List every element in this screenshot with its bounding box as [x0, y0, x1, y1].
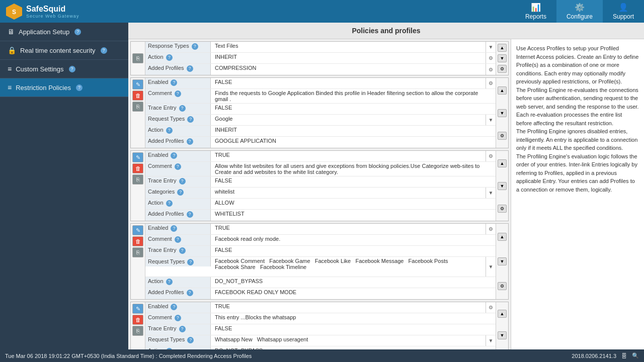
move-up-btn[interactable]: ▲: [498, 159, 507, 167]
added-profiles-help-icon2[interactable]: ?: [187, 138, 193, 145]
request-types-help-icon4[interactable]: ?: [187, 259, 194, 265]
added-profiles-help4[interactable]: ?: [187, 290, 193, 296]
copy-button[interactable]: ⎘: [132, 53, 143, 63]
comment-help-icon3[interactable]: ?: [175, 163, 181, 170]
nav-reports[interactable]: 📊 Reports: [515, 0, 556, 23]
restriction-policies-help-icon[interactable]: ?: [76, 84, 83, 91]
trace-help-icon3[interactable]: ?: [179, 178, 186, 185]
settings-btn[interactable]: ⚙: [486, 53, 496, 63]
move-up-btn[interactable]: ▲: [498, 44, 507, 52]
field-value: TRUE: [211, 151, 486, 161]
move-up-btn[interactable]: ▲: [498, 233, 507, 241]
custom-settings-icon: ≡: [8, 65, 12, 73]
scroll-down-btn[interactable]: ▼: [486, 115, 496, 125]
action-help-icon2[interactable]: ?: [166, 127, 173, 134]
scroll-down-btn[interactable]: ▼: [486, 42, 496, 52]
restriction-policies-icon: ≡: [8, 83, 12, 92]
field-label: Action ?: [145, 277, 211, 288]
trace-help-icon4[interactable]: ?: [179, 247, 186, 254]
entry-settings-btn[interactable]: ⚙: [498, 65, 507, 73]
custom-settings-help-icon[interactable]: ?: [69, 66, 75, 72]
move-down-btn[interactable]: ▼: [498, 182, 507, 190]
scroll-down-btn[interactable]: ▼: [486, 335, 496, 346]
action-help-icon5[interactable]: ?: [166, 348, 173, 349]
move-down-btn[interactable]: ▼: [498, 109, 507, 117]
response-types-help-icon[interactable]: ?: [192, 43, 198, 50]
enabled-help-icon3[interactable]: ?: [171, 152, 177, 159]
comment-help-icon4[interactable]: ?: [175, 236, 181, 243]
scroll-down-btn[interactable]: ▼: [486, 188, 496, 198]
entry-settings-btn[interactable]: ⚙: [498, 282, 507, 290]
move-down-btn[interactable]: ▼: [498, 331, 507, 339]
request-types-help-icon[interactable]: ?: [187, 116, 194, 123]
page-title: Policies and profiles: [128, 23, 644, 39]
sidebar-item-restriction-policies[interactable]: ≡ Restriction Policies ?: [0, 78, 128, 97]
application-setup-help-icon[interactable]: ?: [74, 29, 81, 35]
copy-button[interactable]: ⎘: [132, 102, 143, 112]
nav-configure[interactable]: ⚙️ Configure: [556, 0, 603, 23]
entry-settings-btn[interactable]: ⚙: [498, 205, 507, 213]
table-row: Enabled ? FALSE ⚙: [145, 78, 496, 89]
copy-button[interactable]: ⎘: [132, 326, 143, 336]
entry-settings-btn[interactable]: ⚙: [498, 132, 507, 140]
enabled-help-icon[interactable]: ?: [171, 79, 177, 86]
comment-help-icon5[interactable]: ?: [175, 315, 181, 321]
move-up-btn[interactable]: ▲: [498, 86, 507, 95]
field-value: DO_NOT_BYPASS: [211, 277, 496, 288]
settings-btn[interactable]: ⚙: [486, 224, 496, 234]
added-profiles-help-icon[interactable]: ?: [187, 65, 193, 72]
table-row: Request Types ? Google ▼: [145, 115, 496, 126]
field-label: Request Types ?: [145, 115, 211, 125]
edit-button[interactable]: ✎: [132, 152, 143, 162]
help-paragraph-1: Use Access Profiles to setup your Profil…: [516, 44, 639, 86]
action-help-icon4[interactable]: ?: [166, 279, 173, 285]
copy-button[interactable]: ⎘: [132, 174, 143, 185]
support-label: Support: [613, 13, 634, 20]
nav-support[interactable]: 👤 Support: [603, 0, 644, 23]
action-help-icon[interactable]: ?: [166, 54, 173, 61]
settings-btn[interactable]: ⚙: [486, 78, 496, 88]
edit-button[interactable]: ✎: [132, 304, 143, 314]
trace-help-icon5[interactable]: ?: [179, 326, 186, 332]
status-icon-search[interactable]: 🔍: [632, 352, 639, 359]
scroll-down-btn[interactable]: ▼: [486, 257, 496, 277]
settings-btn[interactable]: ⚙: [486, 151, 496, 161]
added-profiles-help3[interactable]: ?: [187, 211, 193, 218]
sidebar-item-real-time-content[interactable]: 🔒 Real time content security ?: [0, 41, 128, 60]
table-row: Action ? DO_NOT_BYPASS: [145, 277, 496, 288]
enabled-help-icon4[interactable]: ?: [171, 225, 177, 232]
edit-button[interactable]: ✎: [132, 225, 143, 235]
help-paragraph-4: The Profiling Engine's evaluation logic …: [516, 152, 639, 194]
sidebar-item-custom-settings[interactable]: ≡ Custom Settings ?: [0, 60, 128, 78]
reports-icon: 📊: [531, 3, 541, 12]
move-down-btn[interactable]: ▼: [498, 54, 507, 62]
status-icon-db[interactable]: 🗄: [621, 353, 627, 359]
move-up-btn[interactable]: ▲: [498, 310, 507, 318]
field-label: Trace Entry ?: [145, 246, 211, 256]
settings-btn[interactable]: ⚙: [486, 302, 496, 313]
status-bar: Tue Mar 06 2018 19:01:22 GMT+0530 (India…: [0, 349, 644, 362]
real-time-help-icon[interactable]: ?: [101, 47, 107, 54]
request-types-help-icon5[interactable]: ?: [187, 337, 194, 343]
copy-button[interactable]: ⎘: [132, 247, 143, 257]
delete-button[interactable]: 🗑: [132, 90, 143, 101]
edit-button[interactable]: ✎: [132, 79, 143, 89]
comment-help-icon[interactable]: ?: [175, 90, 181, 97]
field-value: Whatsapp New Whatsapp useragent: [211, 335, 486, 346]
field-value: INHERIT: [211, 126, 496, 136]
categories-help-icon[interactable]: ?: [177, 189, 184, 196]
enabled-help-icon5[interactable]: ?: [171, 304, 177, 310]
trace-entry-help-icon[interactable]: ?: [179, 105, 186, 112]
sidebar-item-application-setup[interactable]: 🖥 Application Setup ?: [0, 23, 128, 41]
field-label: Enabled ?: [145, 224, 211, 234]
table-row: Comment ? Allow white list websites for …: [145, 162, 496, 176]
delete-button[interactable]: 🗑: [132, 236, 143, 246]
action-help-icon3[interactable]: ?: [166, 200, 173, 207]
settings-btn2[interactable]: ⚙: [486, 64, 496, 75]
delete-button[interactable]: 🗑: [132, 315, 143, 325]
field-value: FALSE: [211, 104, 496, 114]
real-time-icon: 🔒: [8, 46, 16, 54]
delete-button[interactable]: 🗑: [132, 163, 143, 173]
entry-block: ✎ 🗑 ⎘ Enabled ? FALSE ⚙ Comment ? Finds …: [130, 77, 509, 148]
move-down-btn[interactable]: ▼: [498, 257, 507, 265]
